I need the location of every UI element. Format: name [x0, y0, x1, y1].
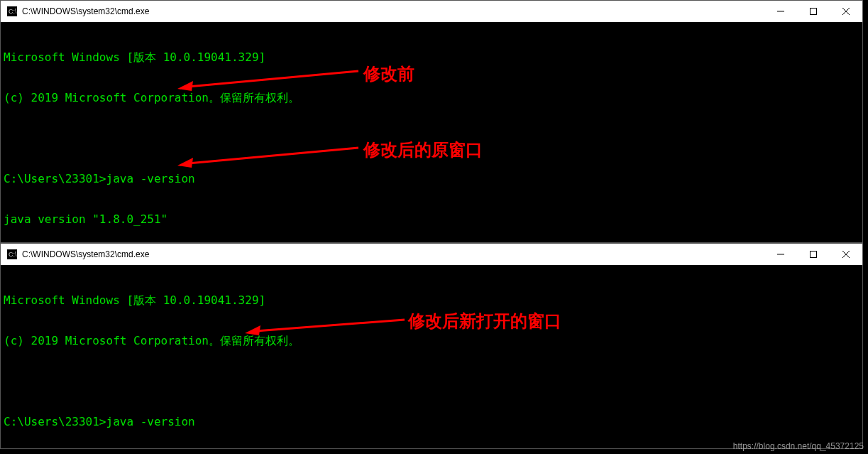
- titlebar[interactable]: C:\ C:\WINDOWS\system32\cmd.exe: [1, 1, 862, 22]
- terminal-line: C:\Users\23301>java -version: [4, 172, 859, 185]
- window-controls: [764, 1, 862, 22]
- maximize-button[interactable]: [797, 244, 830, 265]
- close-button[interactable]: [830, 1, 862, 22]
- svg-rect-9: [811, 252, 817, 258]
- terminal-line: [4, 131, 859, 145]
- minimize-button[interactable]: [764, 1, 797, 22]
- cmd-window-2: C:\ C:\WINDOWS\system32\cmd.exe Microsof…: [0, 243, 863, 449]
- minimize-button[interactable]: [764, 244, 797, 265]
- titlebar[interactable]: C:\ C:\WINDOWS\system32\cmd.exe: [1, 244, 862, 265]
- close-button[interactable]: [830, 244, 862, 265]
- svg-rect-3: [811, 9, 817, 15]
- terminal-output[interactable]: Microsoft Windows [版本 10.0.19041.329] (c…: [1, 265, 862, 454]
- window-title: C:\WINDOWS\system32\cmd.exe: [22, 6, 764, 16]
- cmd-icon: C:\: [6, 249, 18, 260]
- cmd-icon: C:\: [6, 6, 18, 17]
- svg-text:C:\: C:\: [9, 8, 17, 15]
- terminal-line: (c) 2019 Microsoft Corporation。保留所有权利。: [4, 91, 859, 104]
- terminal-line: java version "1.8.0_251": [4, 212, 859, 226]
- terminal-line: C:\Users\23301>java -version: [4, 415, 859, 428]
- svg-text:C:\: C:\: [9, 251, 17, 258]
- terminal-line: [4, 374, 859, 388]
- cmd-window-1: C:\ C:\WINDOWS\system32\cmd.exe Microsof…: [0, 0, 863, 243]
- terminal-line: Microsoft Windows [版本 10.0.19041.329]: [4, 293, 859, 307]
- window-title: C:\WINDOWS\system32\cmd.exe: [22, 249, 764, 259]
- terminal-line: (c) 2019 Microsoft Corporation。保留所有权利。: [4, 334, 859, 347]
- window-controls: [764, 244, 862, 265]
- maximize-button[interactable]: [797, 1, 830, 22]
- watermark: https://blog.csdn.net/qq_45372125: [733, 441, 864, 451]
- terminal-line: Microsoft Windows [版本 10.0.19041.329]: [4, 50, 859, 64]
